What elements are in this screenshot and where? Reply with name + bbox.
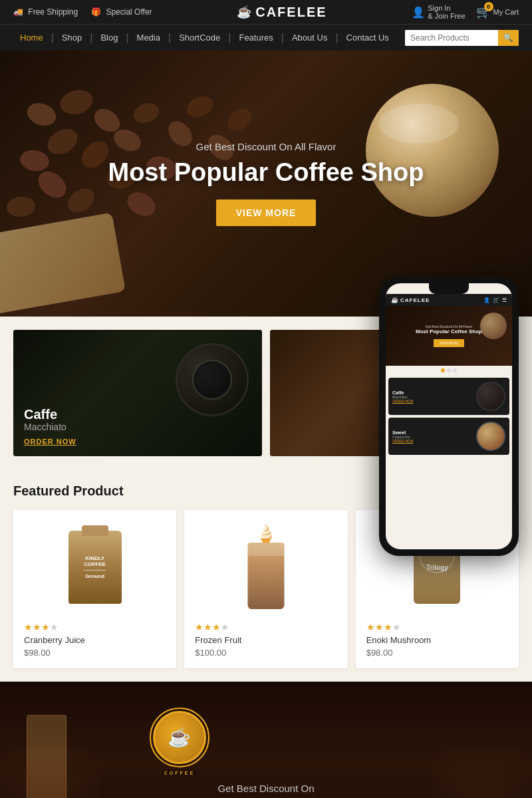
hero-content: Get Best Discount On All Flavor Most Pop… [108,141,424,227]
top-bar-left: 🚚 Free Shipping 🎁 Special Offer [13,7,152,17]
special-offer-label: 🎁 Special Offer [91,7,152,17]
search-input[interactable] [405,30,498,46]
product-stars-2: ★★★★ [195,622,336,632]
brand-center: ☕ CAFELEE [237,5,327,20]
navigation: Home | Shop | Blog | Media | ShortCode |… [0,24,532,51]
hero-title: Most Popular Coffee Shop [108,159,424,187]
phone-mockup: ☕ CAFELEE 👤 🛒 ☰ Get Best Discount On All… [379,277,519,556]
brand-name: CAFELEE [255,5,327,20]
product-bag-1: KINDLYCOFFEE──────Ground [68,531,122,604]
promo-card-macchiato-content: Caffe Macchiato ORDER NOW [24,407,76,446]
top-bar: 🚚 Free Shipping 🎁 Special Offer ☕ CAFELE… [0,0,532,24]
coffee-bottom-section: ☕ COFFEE Get Best Discount On All Differ… [0,682,532,798]
product-price-1: $98.00 [24,648,166,658]
product-stars-3: ★★★★ [366,622,508,632]
coffee-section-subtitle: Get Best Discount On [153,783,379,794]
product-card-1: KINDLYCOFFEE──────Ground ★★★★ Cranberry … [13,510,176,668]
featured-title: Featured Product [13,483,124,499]
phone-promo-card-1: Caffe Macchiato ORDER NOW [388,378,509,415]
promo-wrapper: ☕ CAFELEE 👤 🛒 ☰ Get Best Discount On All… [0,317,532,682]
order-now-macchiato[interactable]: ORDER NOW [24,438,76,446]
product-price-3: $98.00 [366,648,508,658]
top-bar-right: 👤 Sign In & Join Free 🛒 0 My Cart [412,4,519,20]
nav-contact[interactable]: Contact Us [340,25,396,51]
hero-view-more-button[interactable]: VIEW MORE [216,200,317,226]
phone-hero-btn: VIEW MORE [434,339,464,347]
sign-in-link[interactable]: 👤 Sign In & Join Free [412,4,465,20]
nav-blog[interactable]: Blog [94,25,124,51]
cart-link[interactable]: 🛒 0 My Cart [476,5,519,19]
product-price-2: $100.00 [195,648,336,658]
promo-card-macchiato: Caffe Macchiato ORDER NOW [13,330,262,456]
shipping-label: 🚚 Free Shipping [13,7,78,17]
search-button[interactable]: 🔍 [498,30,519,46]
nav-about[interactable]: About Us [285,25,334,51]
product-name-1: Cranberry Juice [24,635,166,645]
cart-badge: 0 [484,2,493,11]
product-name-3: Enoki Mushroom [366,635,508,645]
search-bar[interactable]: 🔍 [405,30,519,46]
nav-links: Home | Shop | Blog | Media | ShortCode |… [13,25,405,51]
phone-hero: Get Best Discount On All Flavor Most Pop… [386,306,512,366]
product-stars-1: ★★★★ [24,622,166,632]
coffee-badge: ☕ COFFEE [153,711,206,764]
nav-home[interactable]: Home [13,25,50,51]
phone-promo-card-2: Sweet Cappuccino ORDER NOW [388,418,509,455]
nav-features[interactable]: Features [232,25,279,51]
product-card-2: 🍦 ★★★★ Frozen Fruit $100.00 [184,510,347,668]
nav-shortcode[interactable]: ShortCode [172,25,227,51]
phone-brand: CAFELEE [400,297,430,303]
hero-subtitle: Get Best Discount On All Flavor [108,141,424,152]
nav-shop[interactable]: Shop [55,25,88,51]
product-name-2: Frozen Fruit [195,635,336,645]
nav-media[interactable]: Media [130,25,167,51]
